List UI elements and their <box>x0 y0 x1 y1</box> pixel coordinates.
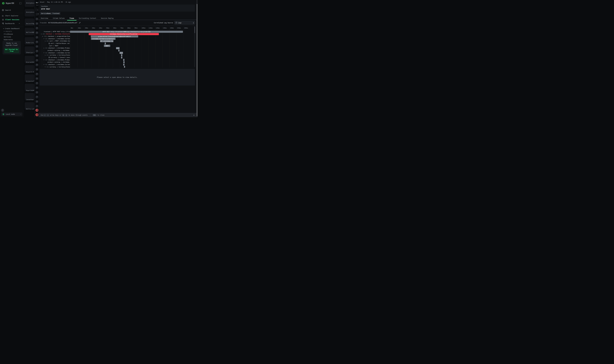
location-pin-icon[interactable] <box>36 105 39 108</box>
preset-clickhouse[interactable]: Clickhouse <box>0 33 23 36</box>
page-scrollbar[interactable] <box>196 0 197 117</box>
service-name-badge[interactable]: ServiceName: frontend <box>40 12 60 15</box>
local-mode-button[interactable]: U Local mode > <box>1 113 22 116</box>
chevron-down-icon[interactable] <box>43 48 45 49</box>
close-icon[interactable]: ✕ <box>193 114 195 116</box>
location-pin-icon[interactable] <box>36 22 39 25</box>
location-pin-icon[interactable] <box>36 50 39 53</box>
chevron-down-icon[interactable] <box>41 33 42 35</box>
tab-surrounding-context[interactable]: Surrounding Context <box>77 16 99 20</box>
span-tree-row[interactable]: product-catalog | oteldemo.Prod… <box>39 61 70 63</box>
location-pin-icon[interactable] <box>36 31 39 34</box>
hyperdx-logo-icon[interactable] <box>2 2 5 5</box>
location-pin-icon[interactable] <box>36 59 39 62</box>
session-card[interactable]: Walton9@ho <box>25 28 34 35</box>
sidebar-item-client-sessions[interactable]: Client Sessions <box>0 18 23 22</box>
session-card[interactable]: Pearl43@ho <box>25 84 34 91</box>
span-tree-row[interactable]: (1)checkout | oteldemo.CartServic… <box>39 38 70 40</box>
chevron-down-icon[interactable] <box>45 54 46 56</box>
span-tree-row[interactable]: (1)currency | Currency/Convert <box>39 66 70 68</box>
span-tree-row[interactable]: cart | GetCartAsync called… <box>39 42 70 45</box>
sidebar-item-chart-explorer[interactable]: Chart Explorer <box>0 14 23 18</box>
create-dashboard-button[interactable]: + Create Dashboard <box>0 27 23 30</box>
location-pin-icon[interactable] <box>36 100 39 103</box>
location-pin-icon[interactable] <box>36 82 39 85</box>
span-bar[interactable]: ( <box>105 42 106 45</box>
session-card[interactable]: Dolly.Lub <box>25 102 34 110</box>
location-pin-icon[interactable] <box>36 91 39 94</box>
sidebar-item-search[interactable]: Search <box>0 8 23 12</box>
session-card[interactable]: Shaniya.Sc <box>25 46 34 54</box>
tab-column-values[interactable]: Column Values <box>51 16 67 20</box>
tab-session-replay[interactable]: Session Replay <box>99 16 116 20</box>
session-card[interactable]: Anonymous <box>25 0 34 7</box>
span-bar[interactable]: HGET <box>104 45 110 47</box>
span-tree-row[interactable]: (1)checkout | oteldemo.CurrencySe… <box>39 63 70 66</box>
waterfall-scrollbar-thumb[interactable] <box>195 26 195 33</box>
span-tree-row[interactable]: product-catalog | oteldemo.Prod… <box>39 49 70 52</box>
chevron-down-icon[interactable] <box>42 36 43 37</box>
span-bar[interactable]: ( <box>121 54 122 56</box>
span-tree-row[interactable]: currency | Convert convers… <box>39 56 70 59</box>
span-bar[interactable]: oteldemo.CartService/GetCart <box>91 38 116 40</box>
get-started-button[interactable]: Get Started for Free <box>4 48 19 53</box>
session-card[interactable]: Anonymous <box>25 9 34 16</box>
span-tree-row[interactable]: (1)checkout | oteldemo.ProductCat… <box>39 47 70 49</box>
log-source-select[interactable]: Logs ▲▼ <box>174 21 195 25</box>
location-pin-icon[interactable] <box>36 54 39 57</box>
waterfall-scrollbar[interactable] <box>194 26 195 67</box>
location-pin-icon[interactable] <box>36 45 39 48</box>
location-pin-icon[interactable] <box>36 17 39 21</box>
chevron-down-icon[interactable] <box>43 52 45 53</box>
chevron-down-icon[interactable] <box>45 40 46 42</box>
span-bar[interactable]: otel <box>116 47 119 49</box>
logo-text[interactable]: HyperDX <box>6 2 19 4</box>
terminal-icon[interactable] <box>36 113 39 116</box>
span-tree-row[interactable]: (1)currency | Currency/Convert <box>39 54 70 56</box>
tab-overview[interactable]: Overview <box>39 16 51 20</box>
span-bar[interactable]: HTTP POST http://frontend:8080/api/check… <box>70 31 183 33</box>
search-input[interactable]: Sea <box>35 8 39 12</box>
location-pin-icon[interactable] <box>36 68 39 71</box>
span-bar[interactable]: prepareOrderItemsAndShippingQuoteFromCar… <box>91 35 138 38</box>
preset-services[interactable]: Services <box>0 36 23 38</box>
span-bar[interactable]: ( <box>123 61 125 63</box>
location-pin-icon[interactable] <box>36 73 39 76</box>
location-pin-icon[interactable] <box>36 40 39 43</box>
span-bar[interactable]: ( <box>123 59 124 61</box>
session-card[interactable]: Kieran92@h <box>25 56 34 63</box>
session-card[interactable]: Jonathan.B <box>25 93 34 100</box>
location-pin-icon[interactable] <box>36 36 39 39</box>
session-card[interactable]: Ernesto33@ <box>25 74 34 82</box>
session-card[interactable]: Howard.Run <box>25 65 34 72</box>
page-scrollbar-thumb[interactable] <box>197 4 197 116</box>
help-button[interactable]: ? <box>1 109 4 112</box>
span-bar[interactable]: ( <box>121 57 122 59</box>
span-tree-row[interactable]: (1)checkout | oteldemo.ProductCat… <box>39 59 70 61</box>
sidebar-collapse-icon[interactable] <box>19 2 22 4</box>
tab-trace[interactable]: Trace <box>67 16 77 20</box>
span-bar[interactable]: ( <box>124 66 125 68</box>
preset-kubernetes[interactable]: Kubernetes <box>0 38 23 41</box>
location-pin-icon[interactable] <box>36 77 39 80</box>
span-bar[interactable]: POST /oteldemo.Cart <box>100 40 114 42</box>
chevron-down-icon[interactable] <box>43 59 45 60</box>
swap-arrows-icon[interactable] <box>36 109 39 112</box>
sidebar-item-dashboards[interactable]: Dashboards <box>0 22 23 26</box>
highlighted-button[interactable]: H <box>36 13 39 15</box>
location-pin-icon[interactable] <box>36 86 39 89</box>
chevron-down-icon[interactable] <box>43 38 45 39</box>
location-pin-icon[interactable] <box>36 63 39 66</box>
span-bar[interactable]: oteldemo.CheckoutService/PlaceOrder <box>89 33 159 35</box>
chevron-down-icon[interactable] <box>43 64 45 65</box>
presets-toggle[interactable]: PRESETS <box>0 30 23 33</box>
span-tree-row[interactable]: cart | HGET <box>39 45 70 47</box>
span-tree-row[interactable]: (11)checkout | prepareOrderItemsAnd… <box>39 35 70 38</box>
span-bar[interactable]: ( <box>123 64 124 66</box>
span-bar[interactable]: ( <box>118 50 119 52</box>
span-tree-row[interactable]: (1)checkout | oteldemo.CurrencySe… <box>39 52 70 54</box>
location-pin-icon[interactable] <box>36 95 39 99</box>
session-card[interactable]: Roderick_S <box>25 37 34 44</box>
edit-pencil-icon[interactable] <box>79 22 81 24</box>
session-card[interactable]: Deion37@gm <box>25 18 34 26</box>
